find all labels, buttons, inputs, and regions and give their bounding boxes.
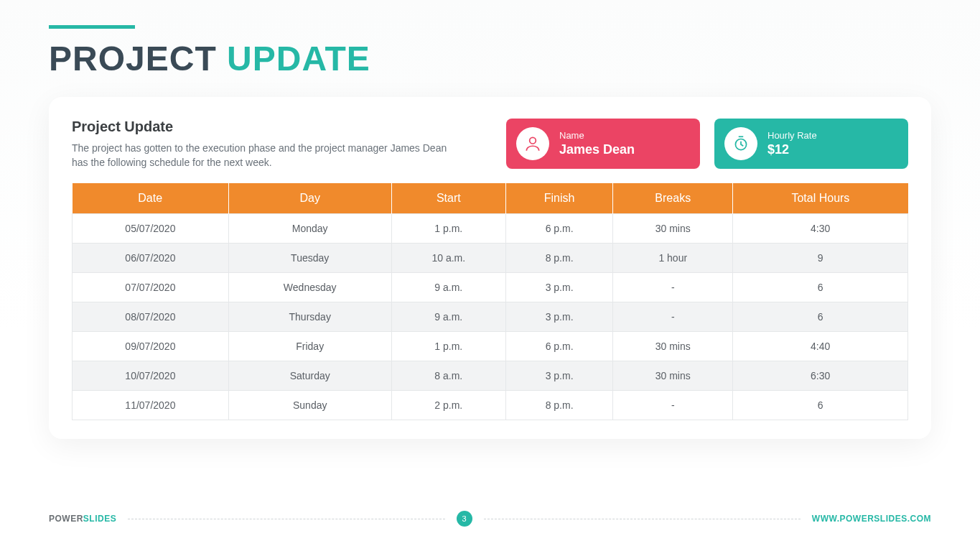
table-cell: 3 p.m. xyxy=(505,361,612,390)
rate-value: $12 xyxy=(767,142,817,157)
rate-label: Hourly Rate xyxy=(767,130,817,141)
table-cell: - xyxy=(613,302,733,331)
table-cell: 10/07/2020 xyxy=(73,361,229,390)
table-cell: 1 p.m. xyxy=(391,331,505,361)
table-cell: 6 p.m. xyxy=(505,331,612,361)
table-row: 08/07/2020Thursday9 a.m.3 p.m.-6 xyxy=(73,302,908,331)
table-cell: Friday xyxy=(228,331,391,361)
table-row: 10/07/2020Saturday8 a.m.3 p.m.30 mins6:3… xyxy=(73,361,908,390)
table-cell: 6:30 xyxy=(733,361,908,390)
slide-footer: POWERSLIDES 3 WWW.POWERSLIDES.COM xyxy=(49,511,931,527)
footer-url: WWW.POWERSLIDES.COM xyxy=(812,514,931,524)
table-cell: 06/07/2020 xyxy=(73,243,229,272)
table-cell: 30 mins xyxy=(613,213,733,243)
table-cell: 3 p.m. xyxy=(505,302,612,331)
name-pill: Name James Dean xyxy=(506,119,700,169)
table-cell: 8 p.m. xyxy=(505,243,612,272)
table-cell: Thursday xyxy=(228,302,391,331)
table-cell: 30 mins xyxy=(613,331,733,361)
brand-word-2: SLIDES xyxy=(83,514,116,524)
table-cell: 6 xyxy=(733,272,908,302)
table-header: Breaks xyxy=(613,183,733,214)
table-cell: 09/07/2020 xyxy=(73,331,229,361)
table-cell: - xyxy=(613,390,733,420)
table-cell: Saturday xyxy=(228,361,391,390)
table-cell: 30 mins xyxy=(613,361,733,390)
rate-pill: Hourly Rate $12 xyxy=(714,119,908,169)
page-number: 3 xyxy=(457,511,472,527)
table-header: Start xyxy=(391,183,505,214)
table-row: 06/07/2020Tuesday10 a.m.8 p.m.1 hour9 xyxy=(73,243,908,272)
table-cell: 4:40 xyxy=(733,331,908,361)
title-word-1: PROJECT xyxy=(49,40,227,78)
table-cell: 9 a.m. xyxy=(391,302,505,331)
footer-divider xyxy=(128,519,444,519)
table-cell: 2 p.m. xyxy=(391,390,505,420)
table-cell: 1 p.m. xyxy=(391,213,505,243)
footer-brand: POWERSLIDES xyxy=(49,514,116,524)
table-row: 05/07/2020Monday1 p.m.6 p.m.30 mins4:30 xyxy=(73,213,908,243)
table-cell: 07/07/2020 xyxy=(73,272,229,302)
content-card: Project Update The project has gotten to… xyxy=(49,97,931,439)
table-cell: 11/07/2020 xyxy=(73,390,229,420)
table-cell: 8 p.m. xyxy=(505,390,612,420)
table-cell: 8 a.m. xyxy=(391,361,505,390)
table-header: Finish xyxy=(505,183,612,214)
table-cell: 6 p.m. xyxy=(505,213,612,243)
svg-point-0 xyxy=(530,137,536,144)
table-cell: 6 xyxy=(733,302,908,331)
brand-word-1: POWER xyxy=(49,514,83,524)
schedule-table: DateDayStartFinishBreaksTotal Hours 05/0… xyxy=(72,183,908,420)
table-cell: 10 a.m. xyxy=(391,243,505,272)
table-cell: 4:30 xyxy=(733,213,908,243)
table-cell: Sunday xyxy=(228,390,391,420)
name-label: Name xyxy=(559,130,635,141)
title-word-2: UPDATE xyxy=(227,40,370,78)
table-cell: Wednesday xyxy=(228,272,391,302)
table-cell: - xyxy=(613,272,733,302)
title-accent-bar xyxy=(49,25,135,29)
table-header: Total Hours xyxy=(733,183,908,214)
summary-block: Project Update The project has gotten to… xyxy=(72,119,492,170)
table-header: Date xyxy=(73,183,229,214)
table-cell: 9 a.m. xyxy=(391,272,505,302)
table-cell: 3 p.m. xyxy=(505,272,612,302)
table-cell: 05/07/2020 xyxy=(73,213,229,243)
table-cell: 9 xyxy=(733,243,908,272)
table-row: 07/07/2020Wednesday9 a.m.3 p.m.-6 xyxy=(73,272,908,302)
table-header: Day xyxy=(228,183,391,214)
table-cell: 1 hour xyxy=(613,243,733,272)
table-cell: Monday xyxy=(228,213,391,243)
table-cell: 08/07/2020 xyxy=(73,302,229,331)
summary-text: The project has gotten to the execution … xyxy=(72,141,459,170)
table-cell: 6 xyxy=(733,390,908,420)
table-row: 09/07/2020Friday1 p.m.6 p.m.30 mins4:40 xyxy=(73,331,908,361)
footer-divider xyxy=(484,519,801,519)
page-title: PROJECT UPDATE xyxy=(49,39,931,78)
person-icon xyxy=(516,127,549,160)
table-cell: Tuesday xyxy=(228,243,391,272)
clock-icon xyxy=(724,127,757,160)
summary-heading: Project Update xyxy=(72,119,492,135)
table-row: 11/07/2020Sunday2 p.m.8 p.m.-6 xyxy=(73,390,908,420)
name-value: James Dean xyxy=(559,142,635,157)
